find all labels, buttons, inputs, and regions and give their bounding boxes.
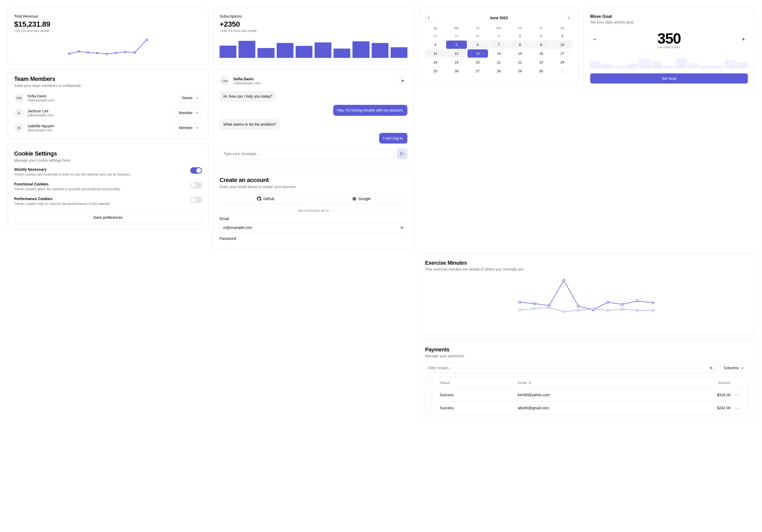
calendar-day[interactable]: 2 [531,32,551,40]
member-email: m@example.com [28,98,175,102]
svg-point-28 [607,309,609,311]
calendar-day[interactable]: 11 [425,49,446,58]
cookie-item-title: Functional Cookies [14,182,186,186]
calendar-card: June 2023 SuMoTuWeThFrSa2829303112345678… [419,8,579,82]
calendar-day[interactable]: 5 [446,40,467,49]
email-header[interactable]: Email [518,381,659,385]
role-select[interactable]: Member [176,108,202,117]
calendar-day[interactable]: 10 [552,40,572,49]
columns-button[interactable]: Columns [720,363,748,373]
calendar-day[interactable]: 14 [489,49,509,58]
chevron-down-icon [195,96,198,100]
svg-point-1 [78,51,80,52]
calendar-day[interactable]: 7 [489,40,509,49]
calendar-day[interactable]: 4 [425,40,446,49]
row-actions-button[interactable]: ⋯ [730,392,744,398]
calendar-day[interactable]: 18 [425,58,446,66]
calendar-day[interactable]: 9 [531,40,551,49]
calendar-day[interactable]: 13 [467,49,488,58]
amount-header[interactable]: Amount [659,381,730,385]
message-input[interactable] [220,148,394,159]
move-goal-card: Move Goal Set your daily activity goal. … [583,8,754,90]
set-goal-button[interactable]: Set Goal [590,73,748,84]
calendar-day[interactable]: 3 [552,32,572,40]
autofill-icon [710,366,713,370]
calendar-day[interactable]: 30 [467,32,488,40]
send-button[interactable] [397,148,408,159]
chat-avatar: OM [220,76,230,86]
calendar-day[interactable]: 28 [489,67,509,75]
cookie-settings-card: Cookie Settings Manage your cookie setti… [8,144,209,229]
calendar-day[interactable]: 19 [446,58,467,66]
chat-card: OM Sofia Davis m@example.com Hi, how can… [213,69,414,166]
calendar-day[interactable]: 6 [467,40,488,49]
calendar-day[interactable]: 17 [552,49,572,58]
calendar-day[interactable]: 12 [446,49,467,58]
team-member-list: OMSofia Davism@example.comOwnerJLJackson… [14,93,202,133]
bar [372,43,389,58]
svg-point-2 [87,52,89,53]
chat-message: Hey, I'm having trouble with my account. [333,105,408,115]
calendar-day[interactable]: 22 [509,58,530,66]
filter-emails-input[interactable]: Filter emails... [425,363,717,373]
cookie-item-desc: These cookies are essential in order to … [14,172,186,177]
cookie-item-title: Performance Cookies [14,196,186,201]
calendar-title: June 2023 [490,16,508,20]
add-contact-button[interactable] [398,76,408,86]
row-actions-button[interactable]: ⋯ [730,405,744,411]
goal-increase-button[interactable] [739,35,748,44]
subscriptions-value: +2350 [220,20,408,29]
calendar-day[interactable]: 29 [509,67,530,75]
calendar-day[interactable]: 16 [531,49,551,58]
bar [663,65,675,69]
cookie-toggle[interactable] [190,167,202,174]
cookie-item-desc: These cookies allow the website to provi… [14,187,186,192]
cookie-row: Functional CookiesThese cookies allow th… [14,182,202,192]
goal-desc: Set your daily activity goal. [590,20,748,24]
status-header[interactable]: Status [440,381,518,385]
bar [639,59,650,69]
calendar-day[interactable]: 28 [425,32,446,40]
goal-decrease-button[interactable] [590,35,599,44]
payment-row: Successabe45@gmail.com$242.00⋯ [425,401,748,414]
calendar-day[interactable]: 8 [509,40,530,49]
calendar-day[interactable]: 20 [467,58,488,66]
calendar-day[interactable]: 24 [552,58,572,66]
calendar-dow: Th [509,25,530,31]
calendar-day[interactable]: 30 [531,67,551,75]
cookie-desc: Manage your cookie settings here. [14,158,202,163]
calendar-dow: Tu [467,25,488,31]
calendar-day[interactable]: 21 [489,58,509,66]
github-icon [257,196,261,201]
chevron-down-icon [195,126,198,129]
row-checkbox[interactable] [429,406,433,410]
calendar-day[interactable]: 26 [446,67,467,75]
calendar-day[interactable]: 1 [552,67,572,75]
select-all-checkbox[interactable] [429,380,433,385]
role-select[interactable]: Owner [178,93,202,103]
calendar-day[interactable]: 15 [509,49,530,58]
subscriptions-card: Subscriptions +2350 +180.1% from last mo… [213,8,414,65]
svg-point-8 [146,39,148,40]
calendar-day[interactable]: 23 [531,58,551,66]
payments-title: Payments [425,346,748,353]
calendar-prev-button[interactable] [425,14,432,22]
cookie-toggle[interactable] [190,196,202,203]
cookie-toggle[interactable] [190,182,202,189]
calendar-day[interactable]: 31 [489,32,509,40]
cookie-row: Performance CookiesThese cookies help to… [14,196,202,206]
svg-point-26 [577,309,579,311]
github-button[interactable]: Github [220,194,312,204]
email-field[interactable]: m@example.com [220,222,408,233]
calendar-day[interactable]: 25 [425,67,446,75]
svg-point-14 [548,304,550,307]
google-button[interactable]: Google [315,194,408,204]
calendar-day[interactable]: 29 [446,32,467,40]
calendar-day[interactable]: 1 [509,32,530,40]
row-checkbox[interactable] [429,393,433,397]
team-title: Team Members [14,76,202,82]
save-preferences-button[interactable]: Save preferences [14,212,202,222]
calendar-day[interactable]: 27 [467,67,488,75]
role-select[interactable]: Member [176,123,202,132]
calendar-next-button[interactable] [565,14,572,22]
